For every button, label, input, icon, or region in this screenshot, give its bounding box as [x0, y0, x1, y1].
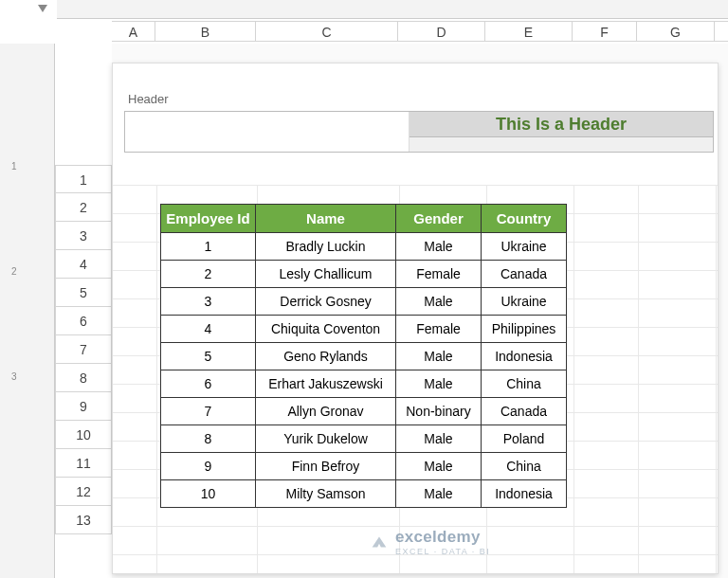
vertical-ruler-marks: 1 2 3 — [11, 161, 30, 477]
cell-gender[interactable]: Male — [396, 453, 482, 480]
table-row[interactable]: 2Lesly ChallicumFemaleCanada — [161, 261, 567, 288]
grid-line-vertical — [156, 185, 157, 573]
column-header-B[interactable]: B — [155, 22, 256, 41]
table-header-row: Employee Id Name Gender Country — [161, 205, 567, 233]
cell-gender[interactable]: Female — [396, 316, 482, 343]
employee-table[interactable]: Employee Id Name Gender Country 1Bradly … — [160, 204, 567, 508]
cell-id[interactable]: 7 — [161, 398, 256, 425]
cell-country[interactable]: Canada — [482, 398, 567, 425]
row-header-12[interactable]: 12 — [55, 478, 112, 506]
ruler-indent-marker-icon — [38, 5, 47, 12]
column-header-E[interactable]: E — [485, 22, 573, 41]
row-header-9[interactable]: 9 — [55, 392, 112, 421]
page-header-text: This Is a Header — [410, 112, 713, 137]
grid-line-horizontal — [113, 526, 718, 527]
cell-id[interactable]: 1 — [161, 233, 256, 261]
col-header-name[interactable]: Name — [256, 205, 396, 233]
grid-line-vertical — [573, 185, 574, 573]
col-header-gender[interactable]: Gender — [396, 205, 482, 233]
page-header-band[interactable]: This Is a Header — [124, 111, 714, 153]
watermark: exceldemy EXCEL · DATA · BI — [369, 528, 490, 556]
cell-name[interactable]: Derrick Gosney — [256, 288, 396, 316]
cell-name[interactable]: Geno Rylands — [256, 343, 396, 370]
cell-gender[interactable]: Male — [396, 343, 482, 370]
table-row[interactable]: 3Derrick GosneyMaleUkraine — [161, 288, 567, 316]
row-header-1[interactable]: 1 — [55, 165, 112, 193]
cell-id[interactable]: 6 — [161, 370, 256, 398]
cell-name[interactable]: Allyn Gronav — [256, 398, 396, 425]
cell-name[interactable]: Milty Samson — [256, 480, 396, 508]
row-header-13[interactable]: 13 — [55, 506, 112, 534]
cell-name[interactable]: Yurik Dukelow — [256, 425, 396, 453]
cell-id[interactable]: 8 — [161, 425, 256, 453]
cell-id[interactable]: 2 — [161, 261, 256, 288]
table-row[interactable]: 8Yurik DukelowMalePoland — [161, 425, 567, 453]
horizontal-ruler — [57, 0, 728, 19]
page-header-center-lower — [410, 137, 713, 152]
cell-gender[interactable]: Male — [396, 233, 482, 261]
cell-gender[interactable]: Male — [396, 425, 482, 453]
cell-gender[interactable]: Female — [396, 261, 482, 288]
column-headers: ABCDEFG — [112, 21, 728, 42]
table-row[interactable]: 9Finn BefroyMaleChina — [161, 453, 567, 480]
cell-country[interactable]: Ukraine — [482, 288, 567, 316]
row-header-4[interactable]: 4 — [55, 250, 112, 279]
cell-country[interactable]: China — [482, 370, 567, 398]
cell-id[interactable]: 10 — [161, 480, 256, 508]
col-header-employee-id[interactable]: Employee Id — [161, 205, 256, 233]
cell-id[interactable]: 9 — [161, 453, 256, 480]
cell-country[interactable]: Canada — [482, 261, 567, 288]
row-header-6[interactable]: 6 — [55, 307, 112, 335]
cell-name[interactable]: Chiquita Coventon — [256, 316, 396, 343]
cell-country[interactable]: Indonesia — [482, 343, 567, 370]
table-row[interactable]: 7Allyn GronavNon-binaryCanada — [161, 398, 567, 425]
table-row[interactable]: 5Geno RylandsMaleIndonesia — [161, 343, 567, 370]
row-header-8[interactable]: 8 — [55, 364, 112, 392]
cell-country[interactable]: Philippines — [482, 316, 567, 343]
cell-id[interactable]: 3 — [161, 288, 256, 316]
row-header-11[interactable]: 11 — [55, 449, 112, 478]
cell-name[interactable]: Finn Befroy — [256, 453, 396, 480]
grid-line-horizontal — [113, 185, 718, 186]
row-header-2[interactable]: 2 — [55, 193, 112, 222]
cell-name[interactable]: Erhart Jakuszewski — [256, 370, 396, 398]
table-row[interactable]: 1Bradly LuckinMaleUkraine — [161, 233, 567, 261]
cell-country[interactable]: Indonesia — [482, 480, 567, 508]
watermark-tagline: EXCEL · DATA · BI — [395, 547, 490, 556]
watermark-logo-icon — [369, 532, 390, 552]
cell-name[interactable]: Lesly Challicum — [256, 261, 396, 288]
page-header-center-section[interactable]: This Is a Header — [410, 112, 713, 152]
row-header-5[interactable]: 5 — [55, 279, 112, 307]
row-header-7[interactable]: 7 — [55, 335, 112, 364]
cell-country[interactable]: Ukraine — [482, 233, 567, 261]
sheet-area: Header This Is a Header Employee Id Name… — [112, 44, 728, 578]
grid-line-vertical — [716, 185, 717, 573]
cell-name[interactable]: Bradly Luckin — [256, 233, 396, 261]
cell-gender[interactable]: Male — [396, 370, 482, 398]
cell-gender[interactable]: Non-binary — [396, 398, 482, 425]
grid-line-vertical — [638, 185, 639, 573]
col-header-country[interactable]: Country — [482, 205, 567, 233]
page-header-label: Header — [128, 92, 169, 106]
page-layout-sheet[interactable]: Header This Is a Header Employee Id Name… — [112, 63, 719, 574]
table-row[interactable]: 4Chiquita CoventonFemalePhilippines — [161, 316, 567, 343]
row-header-10[interactable]: 10 — [55, 421, 112, 449]
column-header-C[interactable]: C — [256, 22, 398, 41]
row-header-3[interactable]: 3 — [55, 222, 112, 250]
column-header-A[interactable]: A — [112, 22, 155, 41]
cell-id[interactable]: 4 — [161, 316, 256, 343]
cell-country[interactable]: China — [482, 453, 567, 480]
watermark-brand: exceldemy — [395, 528, 481, 546]
table-row[interactable]: 6Erhart JakuszewskiMaleChina — [161, 370, 567, 398]
row-headers: 12345678910111213 — [55, 165, 112, 534]
page-header-left-section[interactable] — [125, 112, 410, 152]
column-header-F[interactable]: F — [573, 22, 637, 41]
column-header-D[interactable]: D — [398, 22, 485, 41]
cell-gender[interactable]: Male — [396, 288, 482, 316]
table-row[interactable]: 10Milty SamsonMaleIndonesia — [161, 480, 567, 508]
cell-gender[interactable]: Male — [396, 480, 482, 508]
cell-country[interactable]: Poland — [482, 425, 567, 453]
column-header-G[interactable]: G — [637, 22, 715, 41]
cell-id[interactable]: 5 — [161, 343, 256, 370]
